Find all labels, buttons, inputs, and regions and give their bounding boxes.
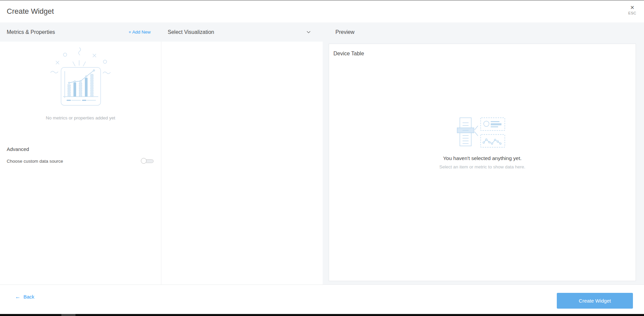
back-arrow-icon: ← [15, 295, 20, 299]
visualization-panel [161, 42, 323, 284]
back-label: Back [23, 294, 34, 300]
custom-data-source-row: Choose custom data source [7, 158, 154, 164]
back-button[interactable]: ← Back [15, 294, 34, 300]
modal-footer: ← Back Create Widget [0, 284, 644, 314]
preview-card: Device Table [329, 44, 636, 281]
bottom-bar [0, 314, 644, 316]
preview-panel: Device Table [323, 42, 644, 284]
metrics-empty-text: No metrics or properties added yet [0, 115, 161, 120]
create-widget-modal: Create Widget × ESC Metrics & Properties… [0, 0, 644, 316]
metrics-header-section: Metrics & Properties + Add New [0, 29, 161, 35]
bottom-bar-highlight [61, 314, 75, 316]
selection-illustration [454, 116, 511, 150]
close-button[interactable]: × ESC [627, 4, 638, 15]
preview-empty-state: You haven't selected anything yet. Selec… [329, 116, 636, 169]
metrics-empty-state: No metrics or properties added yet [0, 46, 161, 120]
select-visualization-dropdown[interactable]: Select Visualization [161, 29, 323, 35]
metrics-properties-title: Metrics & Properties [7, 29, 55, 35]
main-area: No metrics or properties added yet Advan… [0, 42, 644, 284]
preview-title: Preview [335, 29, 355, 35]
select-visualization-title: Select Visualization [168, 29, 214, 35]
preview-empty-subtitle: Select an item or metric to show data he… [329, 164, 636, 169]
create-widget-button[interactable]: Create Widget [557, 293, 633, 309]
column-header-row: Metrics & Properties + Add New Select Vi… [0, 22, 644, 42]
custom-data-source-label: Choose custom data source [7, 159, 63, 164]
custom-data-source-toggle[interactable] [141, 158, 154, 164]
page-title: Create Widget [7, 7, 54, 16]
esc-label: ESC [627, 11, 638, 15]
preview-empty-title: You haven't selected anything yet. [329, 155, 636, 161]
add-new-button[interactable]: + Add New [128, 30, 151, 35]
metrics-properties-panel: No metrics or properties added yet Advan… [0, 42, 161, 284]
modal-header: Create Widget × ESC [0, 1, 644, 22]
chart-illustration [49, 46, 112, 113]
chevron-down-icon [307, 31, 311, 34]
widget-title: Device Table [333, 51, 364, 57]
advanced-heading: Advanced [7, 146, 29, 152]
preview-header-section: Preview [323, 29, 644, 35]
toggle-knob [141, 158, 147, 164]
close-icon: × [627, 4, 638, 11]
